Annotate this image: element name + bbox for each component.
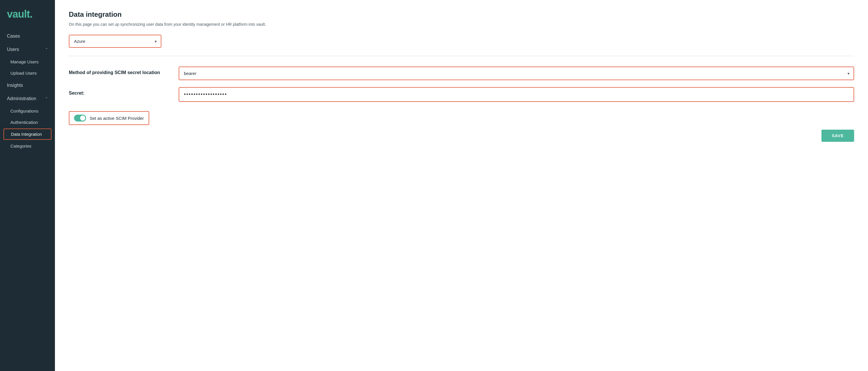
sidebar-item-manage-users[interactable]: Manage Users [0, 56, 55, 67]
secret-section: Secret: [69, 87, 854, 102]
secret-label: Secret: [69, 87, 167, 96]
sidebar-item-data-integration[interactable]: Data Integration [3, 129, 52, 140]
secret-input[interactable] [179, 88, 854, 101]
save-row: SAVE [69, 130, 854, 142]
scim-label: Method of providing SCIM secret location [69, 66, 167, 75]
sidebar-item-cases-label: Cases [7, 34, 20, 39]
scim-provider-toggle-label[interactable]: Set as active SCIM Provider [69, 111, 149, 125]
scim-select-wrapper[interactable]: bearer header query [179, 66, 854, 80]
sidebar-item-configurations[interactable]: Configurations [0, 105, 55, 117]
toggle-slider [74, 115, 86, 121]
sidebar-item-administration[interactable]: Administration ⌃ [0, 92, 55, 105]
sidebar-item-insights-label: Insights [7, 83, 23, 88]
save-button[interactable]: SAVE [822, 130, 854, 142]
scim-field-col: bearer header query [179, 66, 854, 80]
chevron-up-icon-admin: ⌃ [45, 97, 48, 101]
sidebar-item-users-label: Users [7, 47, 19, 52]
logo: vault. [0, 0, 55, 30]
sidebar-item-users[interactable]: Users ⌃ [0, 43, 55, 56]
main-content: Data integration On this page you can se… [55, 0, 868, 371]
sidebar-item-categories[interactable]: Categories [0, 140, 55, 152]
toggle-label-text: Set as active SCIM Provider [90, 116, 144, 121]
provider-select[interactable]: Azure Okta Google LDAP [69, 35, 161, 47]
sidebar: vault. Cases Users ⌃ Manage Users Upload… [0, 0, 55, 371]
scim-label-col: Method of providing SCIM secret location [69, 66, 167, 75]
chevron-up-icon: ⌃ [45, 48, 48, 52]
provider-select-inner: Azure Okta Google LDAP [69, 35, 161, 47]
scim-section: Method of providing SCIM secret location… [69, 66, 854, 80]
secret-input-wrapper[interactable] [179, 87, 854, 102]
provider-select-wrapper[interactable]: Azure Okta Google LDAP [69, 35, 161, 48]
toggle-switch[interactable] [74, 115, 86, 121]
sidebar-item-insights[interactable]: Insights [0, 79, 55, 92]
scim-provider-toggle-row: Set as active SCIM Provider [69, 111, 854, 125]
secret-field-col [179, 87, 854, 102]
sidebar-item-cases[interactable]: Cases [0, 30, 55, 43]
sidebar-item-upload-users[interactable]: Upload Users [0, 67, 55, 79]
scim-method-select[interactable]: bearer header query [179, 67, 854, 80]
logo-text: vault. [7, 8, 32, 20]
sidebar-item-administration-label: Administration [7, 96, 36, 101]
page-title: Data integration [69, 10, 854, 19]
page-subtitle: On this page you can set up synchronizin… [69, 22, 854, 27]
secret-label-col: Secret: [69, 87, 167, 96]
sidebar-item-authentication[interactable]: Authentication [0, 117, 55, 128]
